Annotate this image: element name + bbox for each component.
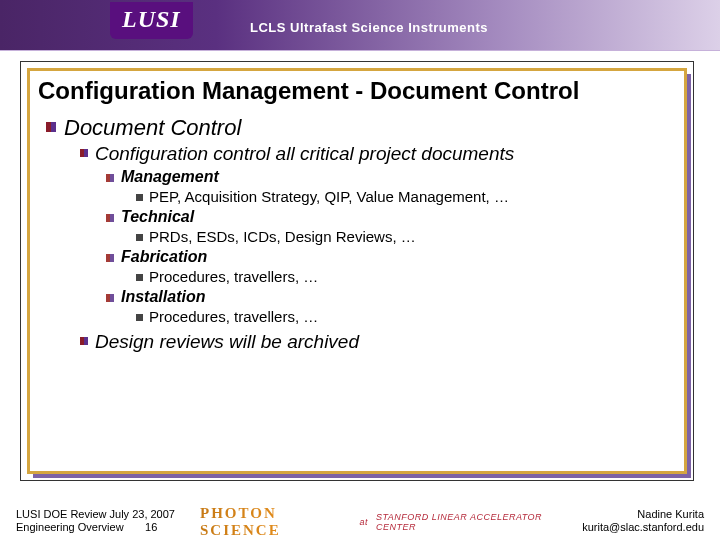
footer-at: at [359,517,368,527]
divider [0,50,720,51]
footer-center: PHOTON SCIENCE at STANFORD LINEAR ACCELE… [200,510,570,534]
bullet-l4: Procedures, travellers, … [136,308,678,325]
bullet-text: PEP, Acquisition Strategy, QIP, Value Ma… [149,188,509,205]
content-area: Document Control Configuration control a… [30,115,684,353]
logo-badge: LUSI [110,2,193,39]
bullet-l3: Management [106,168,678,186]
bullet-icon [80,149,88,157]
author-email: kurita@slac.stanford.edu [582,521,704,533]
footer-line2: Engineering Overview [16,521,124,533]
footer-line1: LUSI DOE Review July 23, 2007 [16,508,175,520]
bullet-l3: Technical [106,208,678,226]
footer-right: Nadine Kurita kurita@slac.stanford.edu [582,508,704,534]
bullet-icon [106,294,114,302]
bullet-icon [106,174,114,182]
author-name: Nadine Kurita [637,508,704,520]
bullet-text: Design reviews will be archived [95,331,359,353]
bullet-icon [106,214,114,222]
bullet-text: Procedures, travellers, … [149,268,318,285]
slide-body: Configuration Management - Document Cont… [20,61,694,481]
header-band: LUSI LCLS Ultrafast Science Instruments [0,0,720,50]
bullet-l3: Installation [106,288,678,306]
bullet-l3: Fabrication [106,248,678,266]
bullet-icon [136,194,143,201]
bullet-icon [80,337,88,345]
header-subtitle: LCLS Ultrafast Science Instruments [250,20,488,35]
bullet-l4: PEP, Acquisition Strategy, QIP, Value Ma… [136,188,678,205]
inner-border: Configuration Management - Document Cont… [27,68,687,474]
bullet-icon [106,254,114,262]
bullet-l2: Design reviews will be archived [80,331,678,353]
page-number: 16 [145,521,157,533]
bullet-text: Fabrication [121,248,207,266]
bullet-text: Management [121,168,219,186]
bullet-icon [46,122,56,132]
bullet-text: Configuration control all critical proje… [95,143,514,165]
bullet-icon [136,234,143,241]
footer-lab: STANFORD LINEAR ACCELERATOR CENTER [376,512,570,532]
bullet-l2: Configuration control all critical proje… [80,143,678,165]
bullet-l1: Document Control [46,115,678,141]
bullet-text: PRDs, ESDs, ICDs, Design Reviews, … [149,228,416,245]
bullet-l4: Procedures, travellers, … [136,268,678,285]
bullet-text: Installation [121,288,205,306]
bullet-icon [136,314,143,321]
slide-title: Configuration Management - Document Cont… [30,71,684,115]
bullet-icon [136,274,143,281]
bullet-text: Technical [121,208,194,226]
bullet-l4: PRDs, ESDs, ICDs, Design Reviews, … [136,228,678,245]
footer-left: LUSI DOE Review July 23, 2007 Engineerin… [16,508,175,534]
bullet-text: Procedures, travellers, … [149,308,318,325]
photon-science-logo: PHOTON SCIENCE [200,505,351,539]
bullet-text: Document Control [64,115,241,141]
